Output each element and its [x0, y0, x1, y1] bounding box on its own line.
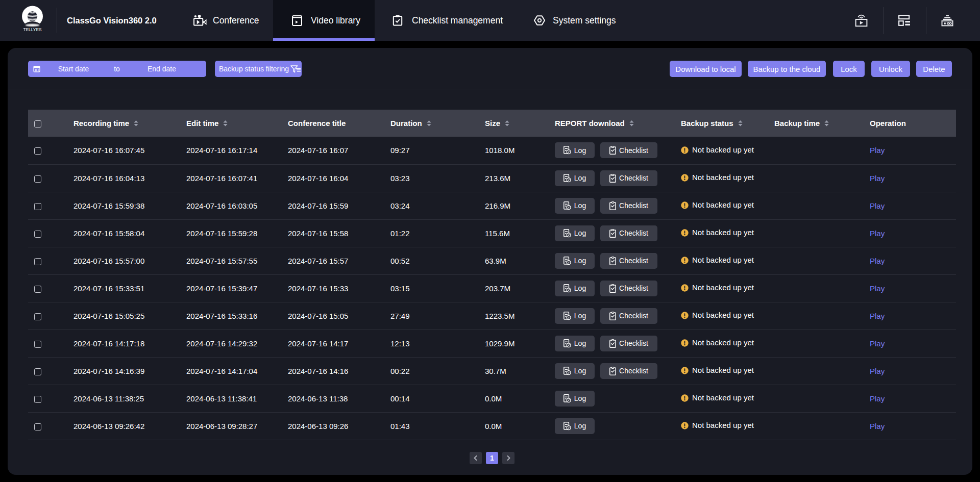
svg-text:TELLYES: TELLYES — [23, 27, 42, 32]
